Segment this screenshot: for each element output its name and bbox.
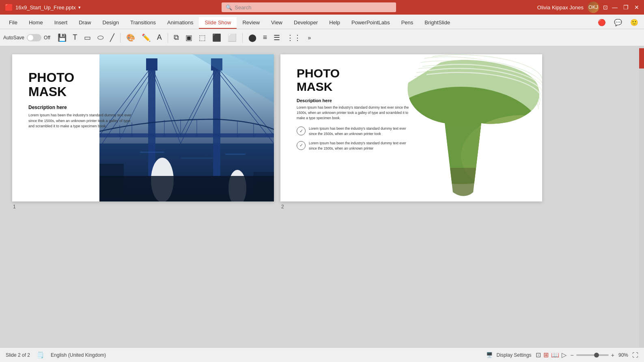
- tab-view[interactable]: View: [265, 17, 288, 29]
- svg-point-36: [510, 174, 534, 186]
- ribbon-comment-icon[interactable]: 💬: [612, 18, 625, 27]
- arrange-button[interactable]: ⧉: [171, 32, 181, 43]
- slide-1-content: PHOTO MASK Description here Lorem Ipsum …: [12, 54, 274, 201]
- checklist-item-1: ✓ Lorem Ipsum has been the industry's st…: [297, 126, 410, 137]
- display-settings-label[interactable]: Display Settings: [497, 352, 532, 358]
- tab-pens[interactable]: Pens: [396, 17, 419, 29]
- zoom-slider[interactable]: − +: [571, 352, 614, 358]
- notes-panel-icon[interactable]: 🗒️: [37, 351, 44, 359]
- scrollbar-thumb[interactable]: [639, 48, 644, 69]
- ribbon-tabs: File Home Insert Draw Design Transitions…: [0, 15, 644, 29]
- search-icon: 🔍: [226, 4, 232, 11]
- title-bar-right: Olivia Kippax Jones OKJ ⊡ — ❐ ✕: [537, 2, 639, 13]
- tab-powerpointlabs[interactable]: PowerPointLabs: [346, 17, 396, 29]
- zoom-track: [576, 354, 609, 356]
- slide-2[interactable]: PHOTO MASK Description here Lorem Ipsum …: [280, 54, 542, 201]
- outline-color-button[interactable]: ✏️: [139, 32, 153, 44]
- autosave-toggle[interactable]: AutoSave Off: [3, 34, 50, 41]
- tab-help[interactable]: Help: [323, 17, 346, 29]
- maximize-button[interactable]: ❐: [623, 4, 629, 11]
- tab-draw[interactable]: Draw: [73, 17, 97, 29]
- user-avatar[interactable]: OKJ: [588, 2, 599, 13]
- tab-design[interactable]: Design: [97, 17, 125, 29]
- more-tools-button[interactable]: »: [305, 33, 313, 43]
- distribute-button[interactable]: ⋮⋮: [284, 32, 304, 44]
- title-bar: 🟥 16x9_Start_Up_Free.pptx ▾ 🔍 Search Oli…: [0, 0, 644, 15]
- save-button[interactable]: 💾: [55, 32, 69, 44]
- ribbon-share-icon[interactable]: 🔴: [595, 18, 608, 27]
- presenter-view-icon[interactable]: ▷: [562, 351, 566, 359]
- line-tool-button[interactable]: ╱: [108, 32, 117, 44]
- toolbar-separator-2: [168, 33, 168, 43]
- svg-rect-31: [99, 176, 274, 201]
- normal-view-icon[interactable]: ⊡: [536, 351, 541, 359]
- minimize-button[interactable]: —: [612, 4, 618, 11]
- ribbon-right-controls: 🔴 💬 🙂: [595, 18, 641, 29]
- text-tool-button[interactable]: Ꭲ: [71, 32, 80, 43]
- checklist-item-2: ✓ Lorem Ipsum has been the industry's st…: [297, 141, 410, 151]
- ribbon-emoji-icon[interactable]: 🙂: [628, 18, 641, 27]
- tab-brightslide[interactable]: BrightSlide: [419, 17, 456, 29]
- zoom-level-label[interactable]: 90%: [618, 352, 628, 358]
- slide-2-image: [400, 54, 542, 201]
- align-right-button[interactable]: ☰: [271, 32, 282, 44]
- search-placeholder: Search: [235, 4, 251, 11]
- view-icons: ⊡ ⊞ 📖 ▷: [536, 351, 566, 359]
- slides-grid: PHOTO MASK Description here Lorem Ipsum …: [12, 54, 632, 210]
- check-text-2: Lorem Ipsum has been the industry's stan…: [309, 141, 410, 151]
- tab-developer[interactable]: Developer: [288, 17, 323, 29]
- check-icon-1: ✓: [297, 126, 306, 135]
- ungroup-button[interactable]: ⬚: [196, 32, 208, 44]
- back-button[interactable]: ⬜: [225, 32, 239, 44]
- tab-slideshow[interactable]: Slide Show: [199, 17, 237, 29]
- autosave-pill[interactable]: [27, 34, 41, 41]
- display-settings-icon: 🖥️: [486, 352, 493, 358]
- toolbar: AutoSave Off 💾 Ꭲ ▭ ⬭ ╱ 🎨 ✏️ A ⧉ ▣ ⬚ ⬛ ⬜ …: [0, 29, 644, 46]
- group-button[interactable]: ▣: [183, 32, 195, 44]
- ellipse-tool-button[interactable]: ⬭: [95, 32, 106, 43]
- slide-1[interactable]: PHOTO MASK Description here Lorem Ipsum …: [12, 54, 274, 201]
- status-bar: Slide 2 of 2 🗒️ English (United Kingdom)…: [0, 347, 644, 362]
- main-area[interactable]: PHOTO MASK Description here Lorem Ipsum …: [0, 46, 644, 347]
- slide-2-subtitle: Description here: [297, 98, 410, 103]
- search-box[interactable]: 🔍 Search: [222, 2, 396, 12]
- tab-insert[interactable]: Insert: [49, 17, 73, 29]
- slide-1-text: PHOTO MASK Description here Lorem Ipsum …: [28, 71, 134, 129]
- slide-1-number: 1: [12, 204, 16, 210]
- restore-icon[interactable]: ⊡: [603, 4, 608, 11]
- slide-1-container: PHOTO MASK Description here Lorem Ipsum …: [12, 54, 274, 210]
- status-right: 🖥️ Display Settings ⊡ ⊞ 📖 ▷ − + 90% ⛶: [486, 351, 638, 359]
- slide-2-desc: Lorem Ipsum has been the industry's stan…: [297, 105, 410, 120]
- slide-2-text: PHOTO MASK Description here Lorem Ipsum …: [297, 66, 410, 155]
- align-left-button[interactable]: ⬤: [246, 32, 259, 44]
- rectangle-tool-button[interactable]: ▭: [82, 32, 93, 44]
- toolbar-separator-1: [120, 33, 121, 43]
- filename-dropdown-icon[interactable]: ▾: [78, 5, 81, 10]
- language-label: English (United Kingdom): [51, 352, 106, 358]
- svg-rect-5: [146, 58, 157, 71]
- zoom-in-button[interactable]: +: [611, 352, 614, 358]
- tab-review[interactable]: Review: [237, 17, 265, 29]
- slide-1-title: PHOTO MASK: [28, 71, 134, 99]
- align-center-button[interactable]: ≡: [261, 32, 270, 43]
- front-button[interactable]: ⬛: [210, 32, 224, 44]
- fill-color-button[interactable]: 🎨: [124, 32, 138, 44]
- reading-view-icon[interactable]: 📖: [551, 351, 559, 359]
- scrollbar-track[interactable]: [639, 46, 644, 347]
- zoom-out-button[interactable]: −: [571, 352, 574, 358]
- zoom-thumb: [594, 353, 599, 358]
- slide-2-content: PHOTO MASK Description here Lorem Ipsum …: [280, 54, 542, 201]
- close-button[interactable]: ✕: [634, 4, 639, 11]
- fit-slide-icon[interactable]: ⛶: [632, 351, 638, 358]
- slide-sorter-icon[interactable]: ⊞: [543, 351, 549, 359]
- font-color-button[interactable]: A: [155, 32, 164, 43]
- tab-home[interactable]: Home: [23, 17, 49, 29]
- toolbar-separator-3: [242, 33, 243, 43]
- tab-file[interactable]: File: [3, 17, 23, 29]
- autosave-label: AutoSave: [3, 35, 24, 41]
- user-name-label: Olivia Kippax Jones: [537, 4, 584, 11]
- tab-transitions[interactable]: Transitions: [125, 17, 162, 29]
- svg-point-35: [498, 168, 530, 184]
- tab-animations[interactable]: Animations: [162, 17, 199, 29]
- slide-info: Slide 2 of 2: [6, 352, 30, 358]
